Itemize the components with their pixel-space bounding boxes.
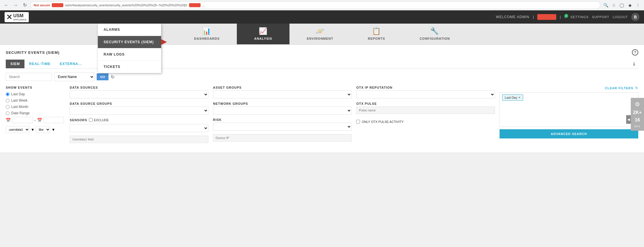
filter-data-source-groups: DATA SOURCE GROUPS (70, 102, 208, 115)
not-secure-label: Not secure (34, 3, 50, 7)
tab-external[interactable]: EXTERNA... (55, 60, 87, 68)
filter-col-3: OTX IP REPUTATION OTX PULSE ONLY OTX PUL… (356, 86, 495, 143)
search-input[interactable] (6, 73, 52, 81)
data-source-groups-select[interactable] (70, 107, 208, 115)
filter-tag-label: Last Day (505, 96, 517, 99)
logo-appliance-text: APPLIANCE (13, 18, 26, 21)
url-redacted-block2 (189, 3, 201, 7)
header-redacted-button[interactable] (537, 14, 557, 20)
dropdown-alarms[interactable]: ALARMS (98, 24, 161, 36)
side-collapse-button[interactable]: ◀ (626, 115, 631, 124)
mail-icon[interactable]: ✉ 6 (564, 15, 567, 19)
filters-grid: DATA SOURCES DATA SOURCE GROUPS SENSORS … (70, 86, 638, 143)
filter-col-1: DATA SOURCES DATA SOURCE GROUPS SENSORS … (70, 86, 208, 143)
filter-risk: RISK (213, 118, 352, 131)
otx-ip-reputation-select[interactable] (356, 90, 495, 98)
back-button[interactable]: ← (3, 2, 10, 9)
url-ellipsis: ... (202, 3, 205, 7)
radio-last-month[interactable]: Last Month (6, 105, 64, 109)
page-title: SECURITY EVENTS (SIEM) (6, 50, 60, 55)
userdata1-field-input[interactable] (70, 136, 208, 143)
side-panel: ⚙ 2K+ 16 EPS (631, 98, 644, 131)
search-bar: Event Name GO ↻ (6, 73, 638, 81)
show-events-title: SHOW EVENTS (6, 86, 64, 89)
asset-groups-select[interactable] (213, 90, 352, 98)
userdata-select[interactable]: userdata1 (6, 126, 30, 133)
nav-item-dashboards[interactable]: 📊 DASHBOARDS (177, 24, 237, 44)
support-link[interactable]: SUPPORT (592, 15, 609, 19)
browser-icons: 🔍 ☆ ◯ ◆ ⋮ (603, 2, 641, 8)
help-icon[interactable]: ? (632, 49, 638, 56)
settings-link[interactable]: SETTINGS (571, 15, 589, 19)
reports-icon: 📋 (372, 27, 381, 35)
analysis-dropdown: ALARMS SECURITY EVENTS (SIEM) RAW LOGS T… (98, 24, 161, 73)
filter-userdata1 (70, 136, 208, 143)
search-icon[interactable]: 🔍 (603, 2, 609, 8)
radio-last-week[interactable]: Last Week (6, 98, 64, 102)
mail-badge: 6 (564, 14, 568, 18)
side-count: 2K+ (633, 110, 642, 115)
extensions-icon[interactable]: ◆ (627, 2, 633, 8)
dropdown-raw-logs[interactable]: RAW LOGS (98, 48, 161, 61)
date-start-input[interactable] (12, 117, 33, 123)
dropdown-arrow (161, 39, 167, 45)
nav-configuration-label: CONFIGURATION (420, 37, 450, 40)
risk-select[interactable] (213, 123, 352, 131)
analysis-icon: 📈 (259, 27, 268, 35)
dropdown-tickets[interactable]: TICKETS (98, 61, 161, 73)
refresh-small-icon[interactable]: ↻ (635, 86, 638, 90)
date-end-input[interactable] (44, 117, 64, 123)
browser-bar: ← → ↻ Not secure ssim/#analysis/security… (0, 0, 644, 10)
filter-area: SHOW EVENTS Last Day Last Week Last Mont… (6, 86, 638, 143)
clear-filters-button[interactable]: CLEAR FILTERS (605, 86, 633, 90)
menu-icon[interactable]: ⋮ (635, 2, 641, 8)
account-icon[interactable]: ◯ (619, 2, 625, 8)
radio-date-range[interactable]: Date Range (6, 111, 64, 115)
advanced-search-button[interactable]: ADVANCED SEARCH (500, 129, 638, 138)
filter-tag-remove[interactable]: × (519, 96, 521, 100)
only-otx-label[interactable]: ONLY OTX PULSE ACTIVITY (362, 120, 404, 124)
calendar-start-icon[interactable]: 📅 (6, 118, 11, 122)
nav-dashboards-label: DASHBOARDS (194, 37, 220, 40)
pipe-divider2: | (560, 15, 561, 19)
nav-item-configuration[interactable]: 🔧 CONFIGURATION (402, 24, 467, 44)
active-filters-col: CLEAR FILTERS ↻ Last Day × ADVANCED SEAR… (500, 86, 638, 143)
calendar-end-icon[interactable]: 📅 (37, 118, 42, 122)
exclude-checkbox-label[interactable]: EXCLUDE (89, 118, 109, 122)
otx-pulse-input[interactable] (356, 107, 495, 114)
dropdown-security-events[interactable]: SECURITY EVENTS (SIEM) (98, 36, 161, 48)
only-otx-checkbox[interactable] (356, 120, 360, 124)
logout-link[interactable]: LOGOUT (613, 15, 628, 19)
filter-otx-pulse: OTX PULSE (356, 102, 495, 114)
filter-tag-last-day: Last Day × (502, 94, 523, 101)
user-avatar[interactable]: B (631, 13, 639, 21)
nav-analysis-label: ANALYSIS (254, 37, 272, 40)
device-ip-input[interactable] (213, 134, 352, 142)
refresh-button[interactable]: ↻ (111, 74, 115, 80)
nav-item-environment[interactable]: 🪐 ENVIRONMENT (289, 24, 350, 44)
show-events-panel: SHOW EVENTS Last Day Last Week Last Mont… (6, 86, 64, 143)
nav-item-reports[interactable]: 📋 REPORTS (350, 24, 402, 44)
go-button[interactable]: GO (97, 73, 108, 80)
tab-realtime[interactable]: REAL-TIME (24, 60, 55, 68)
welcome-text: WELCOME ADMIN (496, 15, 529, 19)
forward-button[interactable]: → (12, 2, 19, 9)
sensors-select[interactable] (70, 124, 208, 132)
side-gear-icon: ⚙ (635, 101, 640, 108)
reload-button[interactable]: ↻ (21, 2, 28, 9)
data-sources-select[interactable] (70, 90, 208, 98)
download-icon[interactable]: ⇓ (632, 61, 636, 67)
nav-item-analysis[interactable]: 📈 ANALYSIS (237, 24, 289, 44)
network-groups-select[interactable] (213, 107, 352, 115)
userdata-filter-select[interactable]: like (36, 126, 50, 133)
date-range-row: 📅 - 📅 (6, 117, 64, 123)
tab-siem[interactable]: SIEM (6, 60, 24, 68)
address-bar[interactable]: Not secure ssim/#analysis/security_event… (31, 1, 600, 9)
exclude-checkbox[interactable] (89, 118, 93, 122)
logo-box[interactable]: 🞪 USM APPLIANCE (5, 12, 29, 22)
bookmark-icon[interactable]: ☆ (611, 2, 617, 8)
radio-last-day[interactable]: Last Day (6, 92, 64, 96)
dashboards-icon: 📊 (202, 27, 211, 35)
event-name-select[interactable]: Event Name (54, 73, 94, 81)
logo-usm-text: USM (13, 13, 26, 18)
